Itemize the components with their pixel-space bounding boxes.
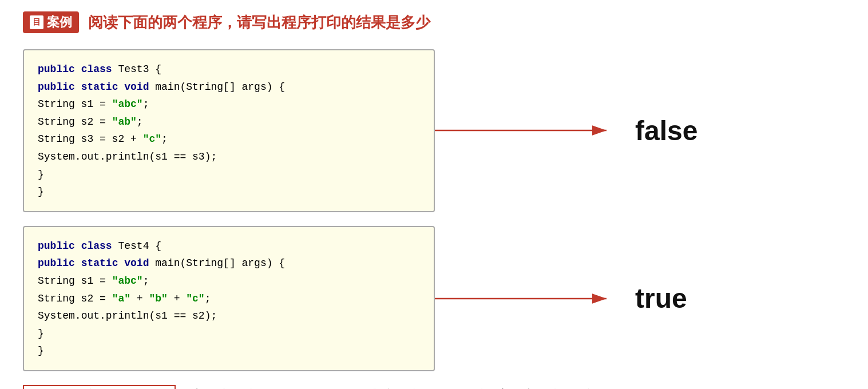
code-block-1: public class Test3 { public static void … [23, 49, 435, 212]
result-label-2: true [635, 283, 733, 314]
code-line: String s2 = "a" + "b" + "c"; [38, 290, 420, 308]
case-icon: 目 [30, 15, 43, 29]
code-block-2: public class Test4 { public static void … [23, 226, 435, 371]
badge-label: 案例 [47, 14, 72, 31]
code-line: String s2 = "ab"; [38, 113, 420, 131]
footer-note: Java存在编译优化机制， 程序在编译时： "a" + "b" + "c" 会直… [23, 385, 845, 389]
header-section: 目 案例 阅读下面的两个程序，请写出程序打印的结果是多少 [23, 11, 845, 33]
code-line: System.out.println(s1 == s3); [38, 148, 420, 166]
code-line: String s1 = "abc"; [38, 272, 420, 290]
code-line: public static void main(String[] args) { [38, 255, 420, 272]
code-line: public class Test3 { [38, 61, 420, 78]
page-title: 阅读下面的两个程序，请写出程序打印的结果是多少 [88, 13, 430, 33]
code-line: } [38, 183, 420, 201]
code-line: public static void main(String[] args) { [38, 78, 420, 96]
arrow-2 [435, 287, 618, 310]
code-line: String s1 = "abc"; [38, 96, 420, 113]
code-line: } [38, 342, 420, 360]
footer-highlight: Java存在编译优化机制， [23, 385, 176, 389]
code-line: public class Test4 { [38, 237, 420, 255]
code-result-row-2: public class Test4 { public static void … [23, 226, 845, 371]
arrow-1 [435, 119, 618, 142]
code-line: String s3 = s2 + "c"; [38, 130, 420, 148]
code-line: } [38, 166, 420, 184]
code-line: System.out.println(s1 == s2); [38, 307, 420, 325]
code-result-row-1: public class Test3 { public static void … [23, 49, 845, 212]
result-label-1: false [635, 115, 743, 146]
code-line: } [38, 325, 420, 343]
case-badge: 目 案例 [23, 11, 79, 33]
